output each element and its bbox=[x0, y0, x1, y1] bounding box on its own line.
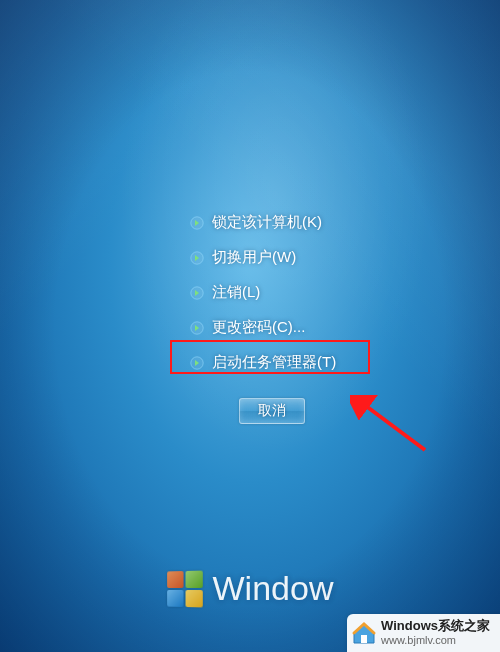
house-icon bbox=[351, 620, 377, 646]
menu-item-switch-user[interactable]: 切换用户(W) bbox=[186, 245, 340, 270]
watermark: Windows系统之家 www.bjmlv.com bbox=[347, 614, 500, 652]
arrow-right-icon bbox=[190, 216, 204, 230]
menu-item-logoff[interactable]: 注销(L) bbox=[186, 280, 340, 305]
ctrl-alt-del-menu: 锁定该计算机(K) 切换用户(W) 注销(L) 更改密码(C)... 启动任务管… bbox=[186, 210, 340, 375]
cancel-button[interactable]: 取消 bbox=[239, 398, 305, 424]
menu-item-label: 锁定该计算机(K) bbox=[212, 213, 322, 232]
menu-item-label: 切换用户(W) bbox=[212, 248, 296, 267]
arrow-right-icon bbox=[190, 356, 204, 370]
windows-brand: Window bbox=[167, 569, 334, 608]
windows-logo-icon bbox=[167, 570, 203, 607]
svg-line-5 bbox=[362, 403, 425, 450]
menu-item-lock[interactable]: 锁定该计算机(K) bbox=[186, 210, 340, 235]
menu-item-label: 更改密码(C)... bbox=[212, 318, 305, 337]
arrow-right-icon bbox=[190, 286, 204, 300]
annotation-arrow-icon bbox=[350, 395, 430, 455]
svg-rect-6 bbox=[361, 635, 367, 643]
menu-item-label: 注销(L) bbox=[212, 283, 260, 302]
menu-item-task-manager[interactable]: 启动任务管理器(T) bbox=[186, 350, 340, 375]
watermark-title: Windows系统之家 bbox=[381, 618, 490, 634]
menu-item-change-password[interactable]: 更改密码(C)... bbox=[186, 315, 340, 340]
arrow-right-icon bbox=[190, 321, 204, 335]
menu-item-label: 启动任务管理器(T) bbox=[212, 353, 336, 372]
brand-text: Window bbox=[213, 569, 334, 608]
watermark-url: www.bjmlv.com bbox=[381, 634, 490, 648]
arrow-right-icon bbox=[190, 251, 204, 265]
